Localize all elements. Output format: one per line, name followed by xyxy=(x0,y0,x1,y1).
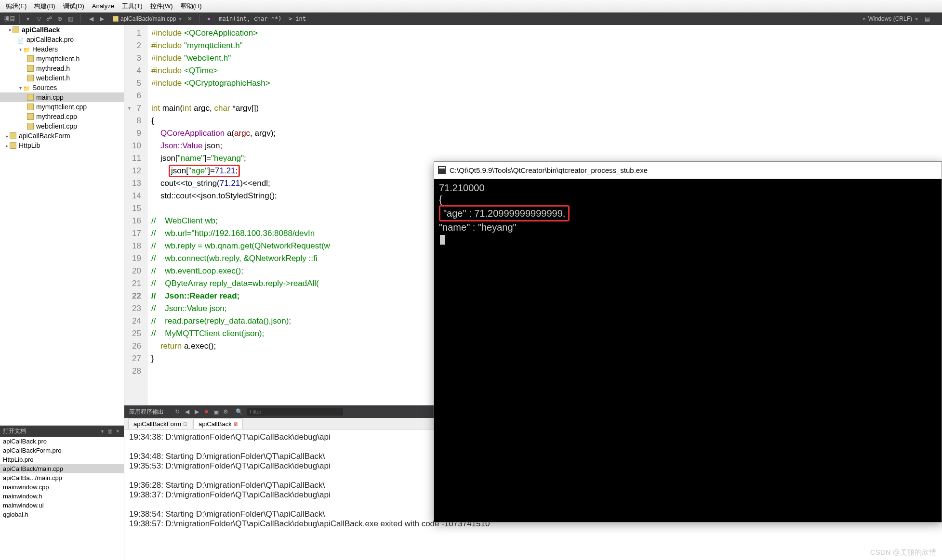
dropdown-icon[interactable]: ▾ xyxy=(24,14,32,23)
open-doc-item[interactable]: apiCallBackForm.pro xyxy=(0,446,124,455)
open-doc-item[interactable]: apiCallBa.../main.cpp xyxy=(0,473,124,482)
forward-icon[interactable]: ▶ xyxy=(97,14,106,23)
watermark: CSDN @美丽的欣情 xyxy=(870,548,936,557)
open-documents: 打开文档 ▾ ▥ ✕ apiCallBack.proapiCallBackFor… xyxy=(0,425,124,560)
open-doc-item[interactable]: HttpLib.pro xyxy=(0,455,124,464)
tree-source-file[interactable]: main.cpp xyxy=(0,92,124,102)
tree-header-file[interactable]: mythread.h xyxy=(0,64,124,73)
filter-icon[interactable]: ▽ xyxy=(34,14,43,23)
link-icon[interactable]: ☍ xyxy=(45,14,53,23)
project-icon xyxy=(10,132,16,139)
gutter: 1234567891011121314151617181920212223242… xyxy=(124,25,147,405)
output-tab[interactable]: apiCallBack⊠ xyxy=(193,418,243,429)
dropdown-icon[interactable]: ▾ xyxy=(99,428,106,435)
pro-icon xyxy=(17,36,24,43)
open-doc-item[interactable]: apiCallBack.pro xyxy=(0,437,124,446)
prev-icon[interactable]: ◀ xyxy=(183,408,191,416)
stop-icon[interactable]: ■ xyxy=(202,408,210,416)
svg-rect-1 xyxy=(439,167,445,169)
project-tree[interactable]: ▾apiCallBack apiCallBack.pro ▾Headers my… xyxy=(0,25,124,425)
h-icon xyxy=(27,65,34,72)
settings-icon[interactable]: ⚙ xyxy=(222,408,229,416)
file-path: apiCallBack/main.cpp xyxy=(120,15,176,22)
project-label: 项目 xyxy=(0,14,20,24)
menu-build[interactable]: 构建(B) xyxy=(30,0,59,12)
tree-source-file[interactable]: webclient.cpp xyxy=(0,121,124,131)
output-tab[interactable]: apiCallBackForm⊡ xyxy=(128,418,192,429)
tree-header-file[interactable]: webclient.h xyxy=(0,73,124,83)
cpp-icon xyxy=(27,94,34,101)
console-titlebar[interactable]: C:\Qt\Qt5.9.9\Tools\QtCreator\bin\qtcrea… xyxy=(434,162,942,179)
project-icon xyxy=(10,142,16,149)
cpp-icon xyxy=(27,123,34,130)
tree-source-file[interactable]: mymqttclient.cpp xyxy=(0,102,124,112)
sidebar: ▾apiCallBack apiCallBack.pro ▾Headers my… xyxy=(0,25,124,560)
restart-icon[interactable]: ↻ xyxy=(173,408,181,416)
menu-widgets[interactable]: 控件(W) xyxy=(146,0,177,12)
close-icon[interactable]: ⊠ xyxy=(234,421,238,427)
open-doc-item[interactable]: qglobal.h xyxy=(0,510,124,519)
menu-edit[interactable]: 编辑(E) xyxy=(2,0,30,12)
console-window[interactable]: C:\Qt\Qt5.9.9\Tools\QtCreator\bin\qtcrea… xyxy=(434,161,942,522)
console-title-text: C:\Qt\Qt5.9.9\Tools\QtCreator\bin\qtcrea… xyxy=(450,166,648,174)
next-icon[interactable]: ▶ xyxy=(193,408,200,416)
filter-input[interactable] xyxy=(247,408,343,416)
back-icon[interactable]: ◀ xyxy=(87,14,95,23)
open-doc-item[interactable]: mainwindow.ui xyxy=(0,501,124,510)
breadcrumb[interactable]: apiCallBack/main.cpp ▾ ✕ ● main(int, cha… xyxy=(110,14,862,23)
app-icon xyxy=(438,166,447,175)
folder-icon xyxy=(23,84,30,91)
h-icon xyxy=(27,55,34,62)
close-icon[interactable]: ⊡ xyxy=(183,421,187,427)
open-doc-item[interactable]: mainwindow.cpp xyxy=(0,482,124,492)
tree-pro-file[interactable]: apiCallBack.pro xyxy=(0,35,124,44)
menu-tools[interactable]: 工具(T) xyxy=(118,0,146,12)
open-doc-item[interactable]: apiCallBack/main.cpp xyxy=(0,464,124,473)
encoding-label[interactable]: Windows (CRLF) xyxy=(868,15,912,22)
split-icon[interactable]: ▥ xyxy=(106,428,113,435)
function-icon: ● xyxy=(204,14,213,23)
h-icon xyxy=(27,75,34,81)
clear-icon[interactable]: ▣ xyxy=(212,408,220,416)
tree-sources-folder[interactable]: ▾Sources xyxy=(0,83,124,92)
menu-debug[interactable]: 调试(D) xyxy=(59,0,88,12)
code-body[interactable]: #include <QCoreApplication>#include "mym… xyxy=(147,25,334,405)
tree-project-root[interactable]: ▾apiCallBack xyxy=(0,25,124,35)
cpp-icon xyxy=(113,16,119,22)
output-title: 应用程序输出 xyxy=(124,406,169,418)
cpp-icon xyxy=(27,113,34,120)
split-horizontal-icon[interactable]: ▤ xyxy=(923,14,931,23)
close-icon[interactable]: ✕ xyxy=(114,428,121,435)
open-doc-item[interactable]: mainwindow.h xyxy=(0,492,124,501)
tree-project[interactable]: ▸HttpLib xyxy=(0,141,124,150)
menu-help[interactable]: 帮助(H) xyxy=(177,0,206,12)
add-icon[interactable]: ⊕ xyxy=(55,14,64,23)
folder-icon xyxy=(23,46,30,52)
toolbar: 项目 ▾ ▽ ☍ ⊕ ▥ ◀ ▶ apiCallBack/main.cpp ▾ … xyxy=(0,13,942,25)
open-docs-header: 打开文档 ▾ ▥ ✕ xyxy=(0,426,124,437)
project-icon xyxy=(13,26,19,33)
close-tab-icon[interactable]: ✕ xyxy=(186,14,194,23)
console-body[interactable]: 71.210000{ "age" : 71.20999999999999, "n… xyxy=(434,179,942,247)
function-sig[interactable]: main(int, char **) -> int xyxy=(219,15,306,22)
tree-project[interactable]: ▸apiCallBackForm xyxy=(0,131,124,141)
tree-source-file[interactable]: mythread.cpp xyxy=(0,112,124,121)
menu-analyze[interactable]: Analyze xyxy=(88,1,118,11)
cpp-icon xyxy=(27,104,34,110)
split-icon[interactable]: ▥ xyxy=(66,14,75,23)
tree-header-file[interactable]: mymqttclient.h xyxy=(0,54,124,64)
menubar: 编辑(E) 构建(B) 调试(D) Analyze 工具(T) 控件(W) 帮助… xyxy=(0,0,942,13)
tree-headers-folder[interactable]: ▾Headers xyxy=(0,44,124,54)
